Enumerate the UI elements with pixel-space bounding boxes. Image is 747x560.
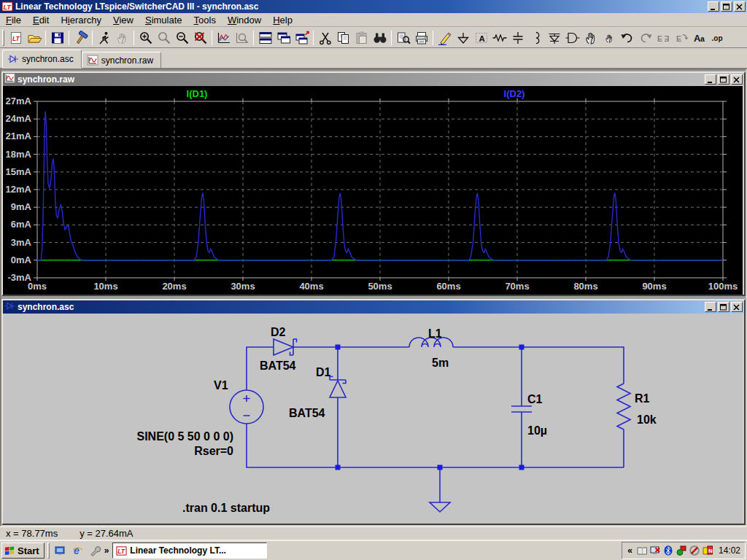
zoom-in-button[interactable]	[136, 29, 155, 47]
tray-bluetooth-icon[interactable]	[662, 545, 675, 557]
spice-directive-text[interactable]: .tran 0.1 startup	[182, 502, 270, 514]
diode-d2-symbol[interactable]	[274, 339, 297, 355]
waveform-chart[interactable]: -3mA0mA3mA6mA9mA12mA15mA18mA21mA24mA27mA…	[3, 86, 743, 295]
schematic-close-button[interactable]	[731, 302, 743, 312]
print-preview-button[interactable]	[394, 29, 412, 47]
schematic-maximize-button[interactable]	[718, 302, 729, 312]
menu-view[interactable]: View	[107, 14, 139, 26]
r1-value[interactable]: 10k	[637, 413, 657, 426]
d1-value[interactable]: BAT54	[289, 407, 325, 419]
windows-logo-icon	[4, 545, 15, 556]
c1-label[interactable]: C1	[527, 393, 543, 405]
tray-collapse-chevron[interactable]: «	[625, 545, 635, 556]
zoom-full-extents-button[interactable]	[191, 29, 209, 47]
tray-disabled-icon[interactable]	[689, 545, 701, 557]
v1-label[interactable]: V1	[214, 379, 228, 392]
control-panel-button[interactable]	[71, 29, 90, 47]
place-label-button[interactable]: A	[472, 29, 490, 47]
copy-button[interactable]	[334, 29, 352, 47]
menu-tools[interactable]: Tools	[188, 14, 222, 26]
save-button[interactable]	[48, 29, 66, 47]
place-inductor-button[interactable]	[527, 29, 545, 47]
r1-label[interactable]: R1	[635, 392, 650, 405]
tray-hardware-icon[interactable]	[676, 545, 688, 557]
waveform-window-titlebar[interactable]: synchron.raw	[3, 73, 744, 86]
quick-launch-internet-explorer-icon[interactable]: e	[70, 543, 85, 558]
legend-I(D2)[interactable]: I(D2)	[504, 88, 525, 99]
voltage-source-v1-symbol[interactable]	[230, 390, 263, 424]
place-component-button[interactable]	[563, 29, 581, 47]
v1-value[interactable]: SINE(0 5 50 0 0 0)	[136, 430, 233, 443]
taskbar-clock: 14:02	[719, 545, 740, 556]
d2-value[interactable]: BAT54	[260, 359, 296, 372]
zoom-in-icon	[138, 31, 154, 45]
spice-directive-button[interactable]: .op	[709, 29, 727, 47]
waveform-plot-area[interactable]: -3mA0mA3mA6mA9mA12mA15mA18mA21mA24mA27mA…	[3, 86, 743, 295]
svg-text:100ms: 100ms	[708, 281, 738, 292]
taskbar-divider	[47, 542, 50, 559]
tray-display-error-icon[interactable]	[649, 545, 662, 557]
tab-synchron-asc[interactable]: synchron.asc	[2, 50, 82, 68]
drag-button[interactable]	[600, 29, 618, 47]
l1-label[interactable]: L1	[428, 327, 442, 340]
plot-settings-button[interactable]	[214, 29, 233, 47]
toolbar-separator	[133, 31, 134, 45]
menu-hierarchy[interactable]: Hierarchy	[55, 14, 107, 26]
bring-to-front-button[interactable]	[293, 29, 311, 47]
start-button[interactable]: Start	[1, 542, 44, 559]
tray-book-icon[interactable]	[636, 545, 649, 557]
d2-label[interactable]: D2	[271, 326, 286, 338]
menu-window[interactable]: Window	[222, 14, 267, 26]
zoom-out-button[interactable]	[173, 29, 191, 47]
place-capacitor-button[interactable]	[508, 29, 527, 47]
copy-icon	[336, 31, 352, 45]
print-button[interactable]	[412, 29, 430, 47]
place-ground-button[interactable]	[454, 29, 472, 47]
quick-launch-tools-icon[interactable]	[88, 543, 102, 558]
menu-help[interactable]: Help	[267, 14, 298, 26]
quick-launch-desktop-icon[interactable]	[53, 543, 67, 558]
v1-rser[interactable]: Rser=0	[194, 445, 233, 457]
maximize-button[interactable]	[721, 1, 732, 12]
schematic-icon	[4, 300, 15, 314]
menu-file[interactable]: File	[0, 14, 27, 26]
minimize-button[interactable]	[708, 1, 719, 12]
svg-text:24mA: 24mA	[6, 113, 32, 124]
waveform-maximize-button[interactable]	[718, 74, 729, 85]
place-resistor-button[interactable]	[490, 29, 508, 47]
menu-simulate[interactable]: Simulate	[139, 14, 188, 26]
task-button-ltspice[interactable]: LT Linear Technology LT...	[112, 542, 267, 559]
quick-launch-overflow-chevron[interactable]: »	[102, 545, 112, 556]
move-button[interactable]	[581, 29, 600, 47]
open-folder-button[interactable]	[25, 29, 43, 47]
schematic-window-titlebar[interactable]: synchron.asc	[3, 300, 744, 314]
close-button[interactable]	[734, 1, 746, 12]
legend-I(D1)[interactable]: I(D1)	[187, 88, 208, 99]
find-button[interactable]	[371, 29, 389, 47]
cascade-windows-button[interactable]	[274, 29, 293, 47]
place-diode-button[interactable]	[545, 29, 563, 47]
schematic-minimize-button[interactable]	[705, 302, 716, 312]
diode-d1-symbol[interactable]	[330, 377, 346, 398]
run-button[interactable]	[95, 29, 113, 47]
toolbar-grip[interactable]	[2, 30, 4, 46]
c1-value[interactable]: 10µ	[527, 424, 547, 437]
cut-button[interactable]	[316, 29, 334, 47]
schematic-canvas[interactable]: V1 SINE(0 5 50 0 0 0) Rser=0 D2 BAT54 D1…	[3, 314, 743, 524]
bring-to-front-icon	[294, 31, 310, 45]
l1-value[interactable]: 5m	[432, 357, 449, 369]
new-schematic-button[interactable]: LT	[7, 29, 25, 47]
tile-windows-button[interactable]	[256, 29, 274, 47]
tray-hardware-icon	[676, 545, 687, 556]
draw-wire-button[interactable]	[436, 29, 454, 47]
undo-button[interactable]	[618, 29, 636, 47]
ground-symbol	[430, 467, 450, 512]
paste-icon	[354, 31, 370, 45]
place-text-button[interactable]: Aa	[691, 29, 709, 47]
waveform-close-button[interactable]	[731, 74, 743, 85]
tray-network-warning-icon[interactable]: N	[702, 545, 714, 557]
menu-edit[interactable]: Edit	[27, 14, 55, 26]
d1-label[interactable]: D1	[316, 366, 331, 378]
tab-synchron-raw[interactable]: synchron.raw	[82, 52, 161, 68]
waveform-minimize-button[interactable]	[705, 74, 716, 85]
